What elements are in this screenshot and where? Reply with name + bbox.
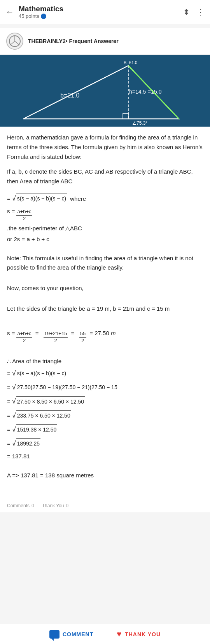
comment-label: COMMENT [63,631,93,637]
answerer-bar: THEBRAINLY2• Frequent Answerer [0,28,210,55]
svg-text:B=61.0: B=61.0 [124,60,137,65]
svg-rect-4 [0,55,210,127]
thankyou-label: THANK YOU [125,631,161,637]
thankyou-count: 0 [66,503,68,508]
svg-marker-15 [52,636,54,638]
svg-text:b=21.0: b=21.0 [60,92,79,99]
svg-text:∠75.3°: ∠75.3° [132,120,147,126]
svg-text:h=14.5: h=14.5 [129,89,146,95]
transition-paragraph: Now, comes to your question, [7,284,203,293]
s-calc-frac3: 55 2 [79,331,86,344]
triangle-diagram: b=21.0 B=61.0 h=14.5 =15.0 ∠75.3° [0,55,210,127]
svg-line-3 [15,41,19,45]
thankyou-label: Thank You [42,503,64,508]
svg-rect-14 [51,631,58,636]
page-title: Mathematics [19,5,183,13]
note-paragraph: Note: This formula is useful in finding … [7,254,203,273]
svg-line-2 [10,41,15,45]
area-step7: = 137.81 [7,451,203,462]
back-button[interactable]: ← [5,7,14,17]
sqrt-expression: √ s(s − a)(s − b)(s − c) [12,192,67,205]
conclusion-paragraph: A => 137.81 = 138 square metres [7,471,203,480]
formula-or: or 2s = a + b + c [7,234,203,245]
s-calculation: s = a+b+c 2 = 19+21+15 2 = 55 2 = 27.50 … [7,328,203,344]
semi-perimeter-label: ,the semi-perimeter of △ABC [7,223,203,234]
comment-button[interactable]: COMMENT [49,630,93,639]
comment-icon [49,630,60,639]
more-options-icon[interactable]: ⋮ [197,7,205,17]
heron-formula-block: = √ s(s − a)(s − b)(s − c) where s = a+b… [7,192,203,245]
page-header: ← Mathematics 45 points ⬍ ⋮ [0,0,210,24]
answerer-name: THEBRAINLY2• Frequent Answerer [28,38,119,44]
thankyou-button[interactable]: ♥ THANK YOU [117,630,161,639]
share-icon[interactable]: ⬍ [183,7,190,17]
area-intro: ∴ Area of the triangle [7,356,203,367]
s-calc-frac2: 19+21+15 2 [44,331,68,344]
heart-icon: ♥ [117,630,122,639]
formula-line: = √ s(s − a)(s − b)(s − c) where [7,192,203,205]
thankyou-meta: Thank You 0 [42,503,68,508]
bottom-spacer [0,512,210,540]
points-text: 45 points [19,13,39,19]
header-title-block: Mathematics 45 points [19,5,183,19]
answerer-avatar [6,33,23,50]
points-badge-icon [41,14,46,19]
s-fraction: a+b+c 2 [16,209,32,222]
comments-meta: Comments 0 [7,503,34,508]
comments-label: Comments [7,503,30,508]
comments-count: 0 [32,503,34,508]
header-icons: ⬍ ⋮ [183,7,205,17]
answerer-info: THEBRAINLY2• Frequent Answerer [28,38,119,44]
page-subtitle: 45 points [19,13,183,19]
answer-content: Heron, a mathematician gave a formula fo… [0,127,210,497]
formula-intro-paragraph: If a, b, c denote the sides BC, AC and A… [7,167,203,186]
area-calculation: ∴ Area of the triangle = √ s(s − a)(s − … [7,356,203,462]
answer-card: THEBRAINLY2• Frequent Answerer b=21.0 B=… [0,28,210,512]
meta-bar: Comments 0 Thank You 0 [0,499,210,512]
given-paragraph: Let the sides of the triangle be a = 19 … [7,304,203,314]
s-calc-frac1: a+b+c 2 [16,331,32,344]
action-bar: COMMENT ♥ THANK YOU [0,624,210,644]
intro-paragraph: Heron, a mathematician gave a formula fo… [7,133,203,162]
